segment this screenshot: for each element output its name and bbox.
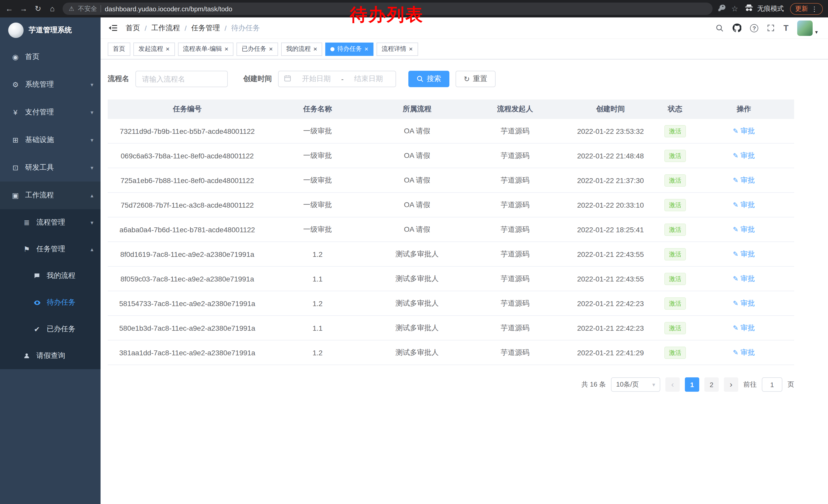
approve-link[interactable]: ✎审批 — [733, 200, 755, 210]
breadcrumb-task-mgmt[interactable]: 任务管理 — [191, 23, 220, 33]
incognito-label: 无痕模式 — [757, 4, 784, 13]
edit-icon: ✎ — [733, 127, 739, 135]
cell-initiator: 芋道源码 — [466, 249, 564, 259]
status-badge: 激活 — [664, 223, 686, 236]
user-menu[interactable]: ▾ — [797, 20, 818, 36]
approve-link[interactable]: ✎审批 — [733, 151, 755, 160]
close-icon[interactable]: × — [224, 46, 228, 52]
cell-actions: ✎审批 — [694, 151, 794, 160]
sidebar-item-dev-tools[interactable]: ⊡研发工具▾ — [0, 154, 100, 182]
sidebar-item-todo-tasks[interactable]: 待办任务 — [0, 289, 100, 316]
cell-actions: ✎审批 — [694, 126, 794, 136]
edit-icon: ✎ — [733, 324, 739, 332]
approve-link[interactable]: ✎审批 — [733, 225, 755, 234]
sidebar-item-process-mgmt[interactable]: ≣流程管理▾ — [0, 209, 100, 236]
approve-link[interactable]: ✎审批 — [733, 299, 755, 308]
cell-status: 激活 — [657, 273, 694, 285]
cell-actions: ✎审批 — [694, 225, 794, 234]
sidebar-menu: ◉首页⚙系统管理▾¥支付管理▾⊞基础设施▾⊡研发工具▾▣工作流程▴≣流程管理▾⚑… — [0, 43, 100, 369]
sidebar-item-workflow[interactable]: ▣工作流程▴ — [0, 182, 100, 209]
search-icon[interactable] — [716, 24, 724, 32]
fullscreen-icon[interactable] — [767, 24, 775, 32]
reload-icon[interactable]: ↻ — [31, 0, 45, 17]
edit-icon: ✎ — [733, 250, 739, 258]
breadcrumb-home[interactable]: 首页 — [126, 23, 140, 33]
sidebar-item-home[interactable]: ◉首页 — [0, 43, 100, 71]
avatar[interactable] — [797, 20, 813, 36]
close-icon[interactable]: × — [166, 46, 170, 52]
approve-link-label: 审批 — [741, 151, 755, 160]
page-button-1[interactable]: 1 — [685, 377, 699, 392]
tab-首页[interactable]: 首页 — [108, 42, 130, 56]
sidebar-item-infrastructure[interactable]: ⊞基础设施▾ — [0, 126, 100, 154]
page-button-2[interactable]: 2 — [704, 377, 719, 392]
browser-update-button[interactable]: 更新 ⋮ — [790, 3, 823, 15]
cell-actions: ✎审批 — [694, 249, 794, 259]
tab-发起流程[interactable]: 发起流程× — [133, 42, 175, 56]
tab-待办任务[interactable]: 待办任务× — [326, 42, 373, 56]
app-logo-row[interactable]: 芋道管理系统 — [0, 17, 100, 43]
end-date-placeholder[interactable]: 结束日期 — [347, 74, 390, 84]
address-bar[interactable]: ⚠ 不安全 dashboard.yudao.iocoder.cn/bpm/tas… — [63, 3, 712, 15]
next-page-button[interactable]: › — [724, 377, 738, 392]
home-icon[interactable]: ⌂ — [45, 0, 59, 17]
forward-icon[interactable]: → — [16, 0, 31, 17]
tab-label: 已办任务 — [242, 45, 266, 53]
tab-流程详情[interactable]: 流程详情× — [377, 42, 418, 56]
table-row: 73211d9d-7b9b-11ec-b5b7-acde48001122一级审批… — [108, 119, 794, 144]
font-size-icon[interactable]: T — [783, 23, 788, 33]
chevron-down-icon: ▾ — [90, 109, 93, 116]
cell-task-name: 1.1 — [267, 324, 368, 332]
column-header: 流程发起人 — [466, 104, 564, 114]
help-icon[interactable]: ? — [750, 24, 758, 32]
sidebar-item-task-mgmt[interactable]: ⚑任务管理▴ — [0, 236, 100, 263]
tools-icon: ⊡ — [10, 164, 20, 172]
close-icon[interactable]: × — [365, 46, 368, 52]
back-icon[interactable]: ← — [2, 0, 16, 17]
sidebar-item-label: 工作流程 — [25, 191, 54, 200]
gear-icon: ⚙ — [10, 81, 20, 89]
sidebar-collapse-icon[interactable] — [109, 24, 118, 32]
security-label[interactable]: 不安全 — [78, 4, 97, 13]
sidebar-item-system-mgmt[interactable]: ⚙系统管理▾ — [0, 71, 100, 98]
tab-已办任务[interactable]: 已办任务× — [237, 42, 278, 56]
github-icon[interactable] — [733, 24, 741, 32]
reset-icon: ↻ — [464, 75, 470, 83]
tab-流程表单-编辑[interactable]: 流程表单-编辑× — [178, 42, 234, 56]
close-icon[interactable]: × — [269, 46, 273, 52]
bookmark-star-icon[interactable]: ☆ — [731, 4, 738, 13]
approve-link[interactable]: ✎审批 — [733, 323, 755, 332]
search-button[interactable]: 搜索 — [408, 71, 449, 87]
cell-process: 测试多审批人 — [368, 274, 466, 283]
list-icon: ≣ — [22, 218, 32, 227]
key-icon[interactable] — [717, 4, 725, 13]
approve-link[interactable]: ✎审批 — [733, 176, 755, 185]
sidebar-item-done-tasks[interactable]: ✔已办任务 — [0, 316, 100, 342]
approve-link[interactable]: ✎审批 — [733, 348, 755, 357]
sidebar-item-my-process[interactable]: 我的流程 — [0, 263, 100, 289]
cell-task-id: 8f059c03-7ac8-11ec-a9e2-a2380e71991a — [108, 275, 267, 283]
approve-link[interactable]: ✎审批 — [733, 249, 755, 259]
approve-link[interactable]: ✎审批 — [733, 274, 755, 283]
sidebar: 芋道管理系统 ◉首页⚙系统管理▾¥支付管理▾⊞基础设施▾⊡研发工具▾▣工作流程▴… — [0, 17, 100, 504]
table-row: 75d72608-7b7f-11ec-a3c8-acde48001122一级审批… — [108, 193, 794, 217]
goto-page-input[interactable] — [762, 377, 782, 392]
start-date-placeholder[interactable]: 开始日期 — [294, 74, 338, 84]
tab-我的流程[interactable]: 我的流程× — [281, 42, 322, 56]
breadcrumb-workflow[interactable]: 工作流程 — [151, 23, 180, 33]
close-icon[interactable]: × — [409, 46, 413, 52]
process-name-input[interactable] — [135, 71, 228, 87]
more-menu-icon[interactable]: ⋮ — [811, 5, 818, 12]
chevron-up-icon: ▴ — [90, 246, 93, 253]
sidebar-item-leave-query[interactable]: 请假查询 — [0, 342, 100, 369]
url-text[interactable]: dashboard.yudao.iocoder.cn/bpm/task/todo — [105, 5, 233, 12]
approve-link[interactable]: ✎审批 — [733, 126, 755, 136]
close-icon[interactable]: × — [314, 46, 317, 52]
cell-create-time: 2022-01-21 22:41:29 — [564, 349, 657, 357]
sidebar-item-payment-mgmt[interactable]: ¥支付管理▾ — [0, 98, 100, 126]
reset-button[interactable]: ↻ 重置 — [456, 71, 495, 87]
date-range-picker[interactable]: 开始日期 - 结束日期 — [278, 71, 396, 87]
prev-page-button[interactable]: ‹ — [665, 377, 680, 392]
page-size-select[interactable]: 10条/页 ▾ — [611, 377, 660, 392]
table-row: 725a1eb6-7b88-11ec-8ef0-acde48001122一级审批… — [108, 168, 794, 193]
